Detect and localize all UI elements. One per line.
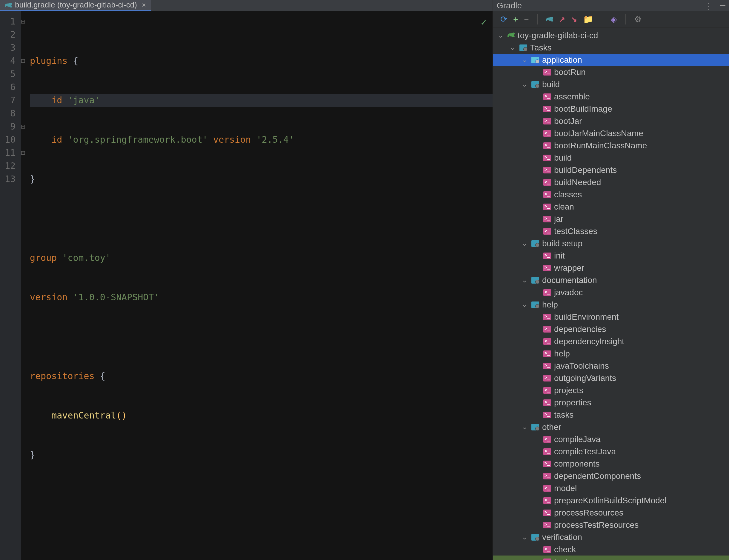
task-icon [543, 253, 551, 259]
task-label: components [554, 459, 600, 469]
group-help[interactable]: ⌄ help [493, 299, 729, 311]
task-row[interactable]: ·processTestResources [493, 519, 729, 531]
task-row[interactable]: ·check [493, 543, 729, 556]
task-row[interactable]: ·bootRunMainClassName [493, 139, 729, 152]
task-row[interactable]: ·build [493, 152, 729, 164]
task-icon [543, 436, 551, 443]
panel-title: Gradle [497, 1, 522, 10]
task-row[interactable]: ·tasks [493, 409, 729, 421]
group-verification[interactable]: ⌄ verification [493, 531, 729, 543]
line-number: 13 [0, 173, 16, 186]
task-row[interactable]: ·clean [493, 201, 729, 213]
fold-icon[interactable]: ⊟ [21, 120, 30, 133]
task-row[interactable]: ·buildNeeded [493, 176, 729, 188]
offline-icon[interactable]: ◈ [610, 14, 617, 24]
collapse-all-icon[interactable]: ↘ [571, 15, 577, 24]
chevron-down-icon[interactable]: ⌄ [522, 423, 528, 431]
task-row[interactable]: ·classes [493, 188, 729, 201]
code-editor[interactable]: ✓ plugins { id 'java' id 'org.springfram… [30, 11, 493, 560]
chevron-down-icon[interactable]: ⌄ [522, 533, 528, 541]
folder-icon[interactable]: 📁 [583, 14, 593, 24]
task-row[interactable]: ·bootJar [493, 115, 729, 127]
task-row[interactable]: ·prepareKotlinBuildScriptModel [493, 494, 729, 507]
chevron-down-icon[interactable]: ⌄ [498, 32, 505, 39]
task-label: bootRunMainClassName [554, 141, 647, 150]
task-row[interactable]: ·jar [493, 213, 729, 225]
group-application[interactable]: ⌄ application [493, 54, 729, 66]
chevron-down-icon[interactable]: ⌄ [522, 56, 528, 64]
task-row[interactable]: ·model [493, 482, 729, 494]
file-tab[interactable]: build.gradle (toy-gradle-gitlab-ci-cd) × [0, 0, 151, 12]
gradle-run-icon[interactable] [546, 15, 553, 24]
analysis-ok-icon[interactable]: ✓ [481, 16, 487, 29]
gradle-icon [5, 2, 12, 8]
group-build-setup[interactable]: ⌄ build setup [493, 237, 729, 250]
task-label: outgoingVariants [554, 373, 616, 383]
line-number: 8 [0, 107, 16, 120]
task-label: tasks [554, 410, 573, 420]
task-label: init [554, 251, 565, 261]
refresh-icon[interactable]: ⟳ [500, 14, 507, 24]
group-other[interactable]: ⌄ other [493, 421, 729, 433]
task-row[interactable]: ·dependencyInsight [493, 335, 729, 347]
task-row[interactable]: ·dependencies [493, 323, 729, 335]
more-options-icon[interactable]: ⋮ [705, 1, 712, 11]
fold-end-icon[interactable]: ⊟ [21, 146, 30, 159]
chevron-down-icon[interactable]: ⌄ [522, 276, 528, 284]
expand-all-icon[interactable]: ↗ [559, 15, 565, 24]
folder-icon [519, 44, 527, 51]
gear-icon[interactable]: ⚙ [634, 14, 642, 24]
task-row[interactable]: ·bootBuildImage [493, 103, 729, 115]
task-row[interactable]: ·test [493, 556, 729, 560]
task-row[interactable]: ·javadoc [493, 286, 729, 299]
fold-end-icon[interactable]: ⊟ [21, 54, 30, 67]
project-node[interactable]: ⌄ toy-gradle-gitlab-ci-cd [493, 29, 729, 41]
task-icon [543, 546, 551, 553]
chevron-down-icon[interactable]: ⌄ [510, 44, 516, 52]
task-row[interactable]: ·init [493, 250, 729, 262]
task-icon [543, 387, 551, 394]
task-row[interactable]: ·buildEnvironment [493, 311, 729, 323]
group-build[interactable]: ⌄ build [493, 78, 729, 90]
task-row[interactable]: ·processResources [493, 507, 729, 519]
folder-icon [531, 424, 539, 430]
task-icon [543, 69, 551, 76]
task-label: dependencyInsight [554, 337, 624, 346]
group-label: application [542, 55, 582, 65]
group-label: build setup [542, 239, 582, 248]
line-number: 4 [0, 54, 16, 67]
folder-icon [531, 277, 539, 284]
folder-icon [531, 301, 539, 308]
task-icon [543, 448, 551, 455]
task-row[interactable]: ·buildDependents [493, 164, 729, 176]
task-row[interactable]: ·projects [493, 384, 729, 396]
chevron-down-icon[interactable]: ⌄ [522, 81, 528, 88]
task-label: bootBuildImage [554, 104, 612, 114]
chevron-down-icon[interactable]: ⌄ [522, 301, 528, 309]
task-row[interactable]: ·dependentComponents [493, 470, 729, 482]
task-row[interactable]: ·assemble [493, 90, 729, 103]
task-row[interactable]: ·properties [493, 396, 729, 409]
tasks-node[interactable]: ⌄ Tasks [493, 41, 729, 54]
task-bootRun[interactable]: · bootRun [493, 66, 729, 78]
task-row[interactable]: ·javaToolchains [493, 360, 729, 372]
chevron-down-icon[interactable]: ⌄ [522, 240, 528, 247]
task-row[interactable]: ·testClasses [493, 225, 729, 237]
task-row[interactable]: ·components [493, 458, 729, 470]
task-row[interactable]: ·compileJava [493, 433, 729, 445]
fold-icon[interactable]: ⊟ [21, 15, 30, 28]
task-row[interactable]: ·wrapper [493, 262, 729, 274]
task-row[interactable]: ·bootJarMainClassName [493, 127, 729, 139]
task-row[interactable]: ·outgoingVariants [493, 372, 729, 384]
add-icon[interactable]: + [513, 15, 518, 24]
task-icon [543, 228, 551, 235]
minimize-icon[interactable] [720, 5, 725, 6]
remove-icon[interactable]: − [524, 15, 529, 24]
task-row[interactable]: ·help [493, 347, 729, 360]
group-documentation[interactable]: ⌄ documentation [493, 274, 729, 286]
task-label: wrapper [554, 263, 584, 273]
task-row[interactable]: ·compileTestJava [493, 445, 729, 458]
close-icon[interactable]: × [142, 1, 146, 9]
gradle-tree[interactable]: ⌄ toy-gradle-gitlab-ci-cd ⌄ Tasks ⌄ appl… [493, 27, 729, 560]
task-label: jar [554, 214, 563, 224]
